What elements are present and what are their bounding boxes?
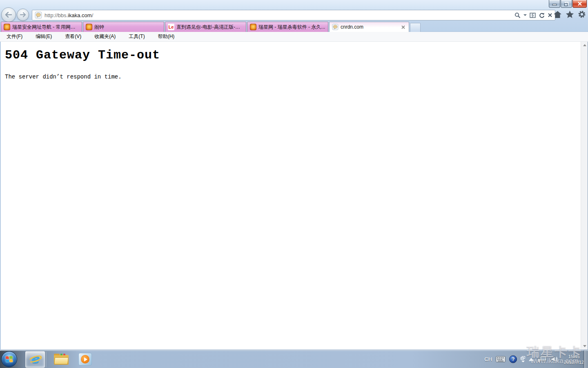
help-tray-icon[interactable]: ? bbox=[509, 355, 517, 363]
window-controls bbox=[548, 0, 587, 8]
url-scheme: http://bbs. bbox=[45, 12, 68, 18]
lion-favicon-icon bbox=[86, 24, 92, 30]
show-hidden-icons-button[interactable] bbox=[529, 358, 534, 361]
scroll-up-button[interactable] bbox=[581, 42, 588, 49]
url-text[interactable]: http://bbs.ikaka.com/ bbox=[45, 12, 514, 18]
address-bar[interactable]: http://bbs.ikaka.com/ bbox=[32, 10, 555, 20]
close-tab-icon[interactable] bbox=[400, 24, 406, 30]
page-favicon-icon bbox=[332, 24, 339, 30]
folder-item-dot bbox=[60, 354, 62, 355]
search-dropdown-icon[interactable] bbox=[523, 14, 527, 16]
system-tray: CH ? 15:45 2012/7/12 bbox=[484, 350, 584, 368]
menu-help[interactable]: 帮助(H) bbox=[156, 32, 176, 41]
tab-rising-nav[interactable]: 瑞星安全网址导航 - 常用网址... bbox=[1, 22, 82, 32]
page-favicon bbox=[35, 11, 42, 19]
refresh-icon[interactable] bbox=[539, 12, 545, 18]
menu-bar: 文件(F) 编辑(E) 查看(V) 收藏夹(A) 工具(T) 帮助(H) bbox=[0, 32, 588, 42]
scroll-down-button[interactable] bbox=[581, 343, 588, 350]
lion-favicon-icon bbox=[250, 24, 256, 30]
error-heading: 504 Gateway Time-out bbox=[5, 48, 588, 62]
menu-favorites[interactable]: 收藏夹(A) bbox=[93, 32, 117, 41]
forward-arrow-icon bbox=[20, 12, 26, 17]
browser-chrome: http://bbs.ikaka.com/ bbox=[0, 0, 588, 32]
scroll-down-icon bbox=[583, 345, 586, 347]
tab-alarm-clock[interactable]: 闹钟 bbox=[83, 22, 164, 32]
media-player-icon bbox=[81, 355, 89, 364]
taskbar-media-player-button[interactable] bbox=[78, 353, 92, 366]
tab-label: cnrdn.com bbox=[341, 24, 399, 30]
taskbar: e CH ? bbox=[0, 350, 588, 368]
folder-item-dot bbox=[63, 354, 65, 355]
navigation-bar: http://bbs.ikaka.com/ bbox=[0, 9, 588, 21]
network-icon[interactable] bbox=[537, 355, 547, 364]
tab-rising-antivirus[interactable]: 瑞星网 - 瑞星杀毒软件 - 永久... bbox=[247, 22, 328, 32]
taskbar-separator bbox=[46, 352, 46, 367]
play-icon bbox=[84, 357, 87, 361]
taskbar-ie-button[interactable]: e bbox=[25, 351, 45, 368]
tab-label: 瑞星安全网址导航 - 常用网址... bbox=[12, 24, 79, 31]
menu-file[interactable]: 文件(F) bbox=[5, 32, 24, 41]
url-domain: ikaka.com bbox=[68, 12, 92, 18]
taskbar-clock[interactable]: 15:45 2012/7/12 bbox=[561, 354, 584, 365]
scroll-up-icon bbox=[583, 44, 586, 46]
minimize-icon bbox=[552, 2, 557, 6]
close-icon bbox=[577, 2, 582, 6]
menu-tools[interactable]: 工具(T) bbox=[127, 32, 146, 41]
internet-explorer-icon: e bbox=[29, 353, 41, 366]
language-indicator[interactable]: CH bbox=[484, 356, 492, 362]
tab-letv-movie[interactable]: Le 直到遇见你-电影-高清正版-乐... bbox=[165, 22, 246, 32]
keyboard-icon[interactable] bbox=[496, 356, 506, 362]
back-button[interactable] bbox=[1, 7, 16, 22]
start-button[interactable] bbox=[1, 351, 17, 367]
window-popup-tray-icon[interactable] bbox=[521, 356, 525, 362]
tab-label: 闹钟 bbox=[94, 24, 104, 31]
compatibility-view-icon[interactable] bbox=[530, 13, 536, 18]
show-desktop-button[interactable] bbox=[584, 350, 588, 368]
menu-edit[interactable]: 编辑(E) bbox=[34, 32, 53, 41]
home-icon[interactable] bbox=[553, 11, 562, 18]
lion-favicon-icon bbox=[4, 24, 10, 30]
settings-gear-icon[interactable] bbox=[578, 10, 586, 18]
volume-icon[interactable] bbox=[551, 356, 558, 363]
page-content: 504 Gateway Time-out The server didn’t r… bbox=[0, 42, 588, 350]
tab-bar: 瑞星安全网址导航 - 常用网址... 闹钟 Le 直到遇见你-电影-高清正版-乐… bbox=[0, 21, 588, 32]
clock-date: 2012/7/12 bbox=[564, 359, 584, 365]
favorites-star-icon[interactable] bbox=[566, 10, 574, 18]
url-path: / bbox=[92, 12, 94, 18]
letv-favicon-icon: Le bbox=[168, 24, 174, 30]
tab-cnrdn-active[interactable]: cnrdn.com bbox=[329, 22, 409, 32]
new-tab-button[interactable] bbox=[410, 23, 421, 32]
menu-view[interactable]: 查看(V) bbox=[63, 32, 83, 41]
address-bar-actions bbox=[514, 12, 553, 18]
close-button[interactable] bbox=[572, 0, 587, 8]
folder-front bbox=[54, 357, 69, 364]
restore-button[interactable] bbox=[561, 0, 572, 8]
browser-toolbar bbox=[553, 10, 586, 18]
taskbar-explorer-button[interactable] bbox=[54, 354, 69, 365]
error-message: The server didn’t respond in time. bbox=[5, 74, 588, 80]
caret-down-icon bbox=[521, 361, 525, 362]
clock-time: 15:45 bbox=[564, 354, 584, 359]
search-icon[interactable] bbox=[514, 12, 521, 18]
windows-logo-icon bbox=[5, 356, 13, 363]
vertical-scrollbar[interactable] bbox=[581, 42, 588, 350]
tab-label: 直到遇见你-电影-高清正版-乐... bbox=[176, 24, 243, 31]
restore-icon bbox=[564, 2, 569, 6]
back-arrow-icon bbox=[5, 12, 12, 18]
stop-icon[interactable] bbox=[548, 13, 552, 18]
tab-label: 瑞星网 - 瑞星杀毒软件 - 永久... bbox=[258, 24, 325, 31]
forward-button[interactable] bbox=[17, 9, 29, 21]
minimize-button[interactable] bbox=[549, 0, 560, 8]
